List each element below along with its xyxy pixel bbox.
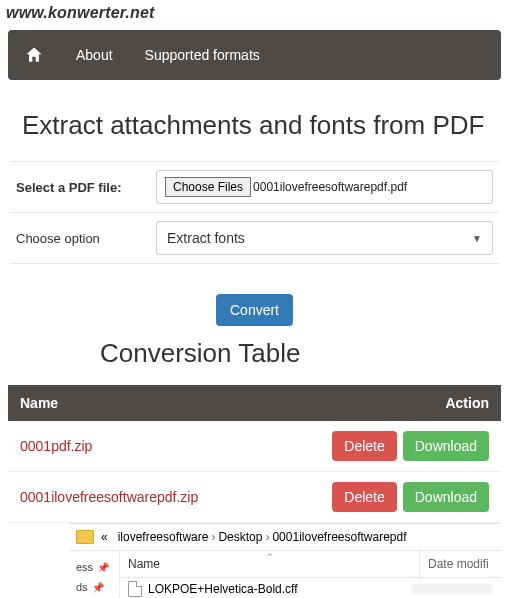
table-row: 0001ilovefreesoftwarepdf.zipDeleteDownlo… [8, 472, 501, 523]
action-cell: DeleteDownload [264, 472, 501, 523]
chosen-filename: 0001ilovefreesoftwarepdf.pdf [253, 180, 407, 194]
file-name-link[interactable]: 0001pdf.zip [8, 421, 264, 472]
explorer-col-date[interactable]: Date modifi [420, 551, 500, 577]
quick-access-panel: ess📌ds📌nts📌 [70, 551, 120, 598]
delete-button[interactable]: Delete [332, 431, 396, 461]
download-button[interactable]: Download [403, 482, 489, 512]
breadcrumb[interactable]: « ilovefreesoftware›Desktop›0001ilovefre… [70, 524, 500, 551]
convert-button[interactable]: Convert [216, 294, 293, 326]
row-choose-option: Choose option Extract fonts ▼ [10, 213, 499, 264]
conversion-table: Name Action 0001pdf.zipDeleteDownload000… [8, 385, 501, 523]
row-select-file: Select a PDF file: Choose Files 0001ilov… [10, 161, 499, 213]
sort-caret-icon: ⌃ [266, 552, 274, 562]
choose-option-label: Choose option [16, 231, 156, 246]
pin-icon: 📌 [92, 582, 104, 593]
select-file-label: Select a PDF file: [16, 180, 156, 195]
explorer-file-row[interactable]: LOKPOE+Helvetica-Bold.cff [120, 578, 500, 598]
nav-about[interactable]: About [60, 30, 129, 80]
home-icon[interactable] [8, 30, 60, 80]
explorer-file-date [412, 584, 492, 594]
quick-access-label: ess [76, 561, 93, 573]
col-header-name: Name [8, 385, 264, 421]
option-select-value: Extract fonts [167, 230, 245, 246]
quick-access-item[interactable]: ess📌 [74, 557, 115, 577]
col-header-action: Action [264, 385, 501, 421]
explorer-file-name: LOKPOE+Helvetica-Bold.cff [148, 582, 412, 596]
breadcrumb-prefix: « [98, 528, 111, 546]
pin-icon: 📌 [97, 562, 109, 573]
table-row: 0001pdf.zipDeleteDownload [8, 421, 501, 472]
conversion-table-title: Conversion Table [100, 338, 499, 369]
breadcrumb-segment[interactable]: Desktop [215, 528, 265, 546]
navbar: About Supported formats [8, 30, 501, 80]
quick-access-item[interactable]: ds📌 [74, 577, 115, 597]
action-cell: DeleteDownload [264, 421, 501, 472]
option-select[interactable]: Extract fonts ▼ [156, 221, 493, 255]
quick-access-label: ds [76, 581, 88, 593]
page-title: Extract attachments and fonts from PDF [22, 110, 499, 141]
download-button[interactable]: Download [403, 431, 489, 461]
breadcrumb-segment[interactable]: 0001ilovefreesoftwarepdf [269, 528, 409, 546]
explorer-col-name-label: Name [128, 557, 160, 571]
choose-files-button[interactable]: Choose Files [165, 177, 251, 197]
file-explorer: « ilovefreesoftware›Desktop›0001ilovefre… [70, 523, 500, 598]
file-icon [128, 581, 142, 597]
delete-button[interactable]: Delete [332, 482, 396, 512]
file-input[interactable]: Choose Files 0001ilovefreesoftwarepdf.pd… [156, 170, 493, 204]
site-url: www.konwerter.net [0, 0, 509, 30]
chevron-down-icon: ▼ [472, 233, 482, 244]
explorer-col-name[interactable]: ⌃ Name [120, 551, 420, 577]
breadcrumb-segment[interactable]: ilovefreesoftware [115, 528, 212, 546]
nav-supported-formats[interactable]: Supported formats [129, 30, 276, 80]
file-name-link[interactable]: 0001ilovefreesoftwarepdf.zip [8, 472, 264, 523]
folder-icon [76, 530, 94, 544]
